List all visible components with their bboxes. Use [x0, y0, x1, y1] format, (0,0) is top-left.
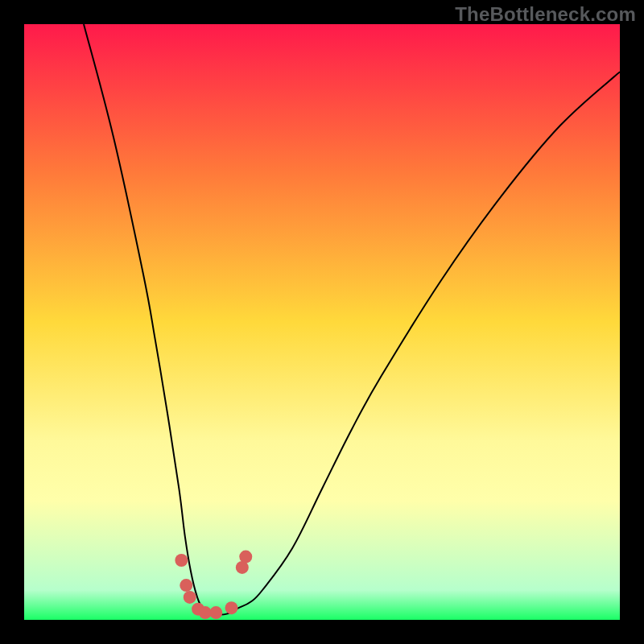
watermark-text: TheBottleneck.com	[455, 3, 636, 26]
bottleneck-chart	[24, 24, 620, 620]
data-marker	[239, 551, 252, 564]
data-marker	[209, 606, 222, 619]
data-marker	[225, 601, 238, 614]
data-marker	[175, 554, 188, 567]
gradient-background	[24, 24, 620, 620]
outer-frame: TheBottleneck.com	[0, 0, 644, 644]
data-marker	[180, 579, 192, 592]
data-marker	[184, 591, 196, 604]
